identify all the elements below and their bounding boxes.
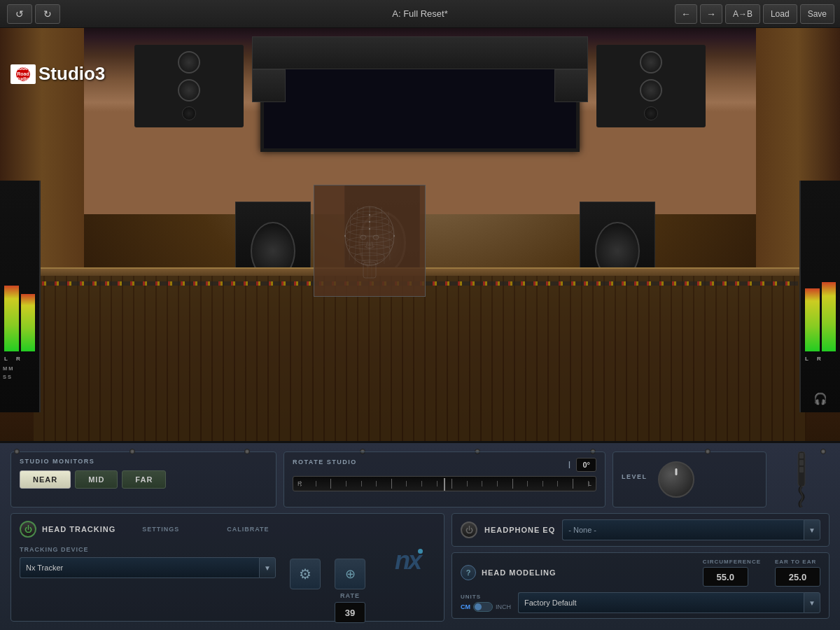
- far-button[interactable]: FAR: [122, 470, 166, 489]
- speaker-cone-r2: [640, 79, 662, 102]
- bottom-panel: STUDIO MONITORS NEAR MID FAR ROTATE STUD…: [0, 441, 840, 630]
- vu-labels-lr: L R: [0, 354, 39, 363]
- vu-label-ss: S S: [3, 373, 36, 382]
- rate-display: 39: [335, 602, 365, 623]
- head-tracking-title: HEAD TRACKING: [42, 525, 115, 533]
- road-text: Road: [14, 71, 32, 77]
- units-toggle[interactable]: CM INCH: [461, 602, 511, 612]
- mark-15: [512, 479, 513, 489]
- vu-labels-rl: L R: [801, 354, 840, 363]
- toolbar-right: ← → A→B Load Save: [675, 4, 840, 24]
- factory-dropdown[interactable]: Factory Default ▼: [518, 592, 820, 613]
- rotate-studio-label: ROTATE STUDIO: [293, 458, 357, 465]
- bottom-controls-row: ⏻ HEAD TRACKING SETTINGS CALIBRATE TRACK…: [0, 513, 840, 629]
- rotate-studio-section: ROTATE STUDIO I 0° R L: [284, 451, 606, 507]
- studios-text: Studios: [14, 76, 32, 82]
- svg-line-15: [362, 206, 363, 265]
- nx-logo-inner: nx: [395, 546, 420, 575]
- headphone-eq-dropdown-arrow[interactable]: ▼: [804, 519, 820, 540]
- mark-19: [573, 479, 573, 489]
- ear-to-ear-group: EAR TO EAR 25.0: [775, 559, 820, 587]
- units-inch-label: INCH: [496, 603, 511, 610]
- mark-4: [346, 481, 346, 486]
- vu-bar-rl: [805, 288, 820, 351]
- rate-label: RATE: [335, 592, 365, 599]
- load-button[interactable]: Load: [763, 4, 797, 24]
- factory-dropdown-arrow[interactable]: ▼: [804, 592, 820, 613]
- calibrate-label: CALIBRATE: [227, 526, 269, 533]
- settings-group: SETTINGS: [142, 526, 179, 533]
- circumference-group: CIRCUMFERENCE 55.0: [703, 559, 761, 587]
- settings-button[interactable]: ⚙: [290, 559, 321, 589]
- save-button[interactable]: Save: [800, 4, 834, 24]
- headphone-eq-dropdown-main[interactable]: - None -: [562, 519, 804, 540]
- ab-button[interactable]: A→B: [725, 4, 760, 24]
- headphone-eq-power-button[interactable]: ⏻: [461, 522, 477, 538]
- ear-to-ear-input[interactable]: 25.0: [775, 567, 820, 587]
- level-label: LEVEL: [622, 473, 648, 480]
- headphone-eq-title: HEADPHONE EQ: [484, 526, 555, 534]
- device-dropdown-arrow[interactable]: ▼: [259, 557, 276, 578]
- vu-label-rr: R: [817, 356, 821, 362]
- rotate-slider[interactable]: R L: [293, 476, 596, 491]
- modeling-bottom: UNITS CM INCH Factory Default: [461, 592, 820, 613]
- level-knob-container: [658, 461, 694, 498]
- factory-dropdown-main[interactable]: Factory Default: [518, 592, 804, 613]
- device-dropdown-main[interactable]: Nx Tracker: [20, 557, 259, 578]
- units-label: UNITS: [461, 594, 511, 600]
- rotate-header: ROTATE STUDIO I 0°: [293, 458, 596, 472]
- abbey-road-logo: Abbey Road Studios Studio3: [10, 63, 105, 85]
- undo-button[interactable]: ↺: [7, 4, 32, 24]
- mark-3: [330, 479, 331, 489]
- screw-3: [244, 449, 250, 454]
- mark-7: [391, 479, 392, 489]
- acoustic-panel-left-s: [252, 69, 286, 102]
- mark-16: [527, 481, 528, 486]
- mark-13: [482, 481, 482, 486]
- arrow-left-button[interactable]: ←: [675, 4, 697, 24]
- acoustic-panel-top: [252, 36, 588, 69]
- svg-line-14: [382, 207, 384, 264]
- mid-button[interactable]: MID: [75, 470, 118, 489]
- studio-area: Abbey Road Studios Studio3: [0, 28, 840, 441]
- rotate-center-indicator: I: [568, 459, 571, 470]
- head-modeling-row: ? HEAD MODELING CIRCUMFERENCE 55.0 EAR T…: [451, 552, 830, 619]
- screw-2: [130, 449, 135, 454]
- vu-meter-left: L R M M S S: [0, 181, 41, 412]
- speaker-array-left: [134, 45, 244, 127]
- mark-20: [588, 481, 589, 486]
- toolbar-left: ↺ ↻: [0, 4, 60, 24]
- arrow-right-button[interactable]: →: [700, 4, 722, 24]
- calibrate-group: CALIBRATE: [227, 526, 269, 533]
- level-knob[interactable]: [658, 461, 694, 498]
- help-button[interactable]: ?: [461, 565, 476, 580]
- svg-point-24: [369, 228, 370, 230]
- svg-rect-28: [799, 453, 804, 458]
- headphone-eq-dropdown[interactable]: - None - ▼: [562, 519, 820, 540]
- svg-point-20: [360, 235, 366, 239]
- mark-5: [361, 481, 362, 486]
- studio3-title: Studio3: [38, 63, 105, 85]
- cable-area: [774, 451, 830, 507]
- vu-bars-right: [801, 181, 840, 354]
- mark-11: [451, 479, 452, 489]
- circumference-input[interactable]: 55.0: [703, 567, 748, 587]
- mark-12: [467, 481, 468, 486]
- redo-button[interactable]: ↻: [35, 4, 60, 24]
- head-tracking-power-button[interactable]: ⏻: [20, 521, 36, 538]
- calibrate-button[interactable]: ⊕: [335, 559, 365, 589]
- vu-bar-r: [21, 294, 36, 352]
- svg-point-22: [369, 214, 370, 216]
- head-tracking-section: ⏻ HEAD TRACKING SETTINGS CALIBRATE TRACK…: [10, 513, 444, 622]
- head-model-container[interactable]: [314, 185, 426, 297]
- mark-2: [316, 481, 316, 486]
- device-dropdown[interactable]: Nx Tracker ▼: [20, 557, 276, 578]
- abbey-text: Abbey: [14, 66, 32, 71]
- near-button[interactable]: NEAR: [20, 470, 71, 489]
- tracking-middle: TRACKING DEVICE Nx Tracker ▼ ⚙ ⊕: [20, 546, 435, 623]
- vu-label-rl: L: [805, 356, 808, 362]
- mark-8: [406, 481, 407, 486]
- units-switch[interactable]: [473, 602, 493, 612]
- nx-logo: nx: [379, 546, 435, 575]
- vu-meter-right: L R 🎧: [799, 181, 840, 412]
